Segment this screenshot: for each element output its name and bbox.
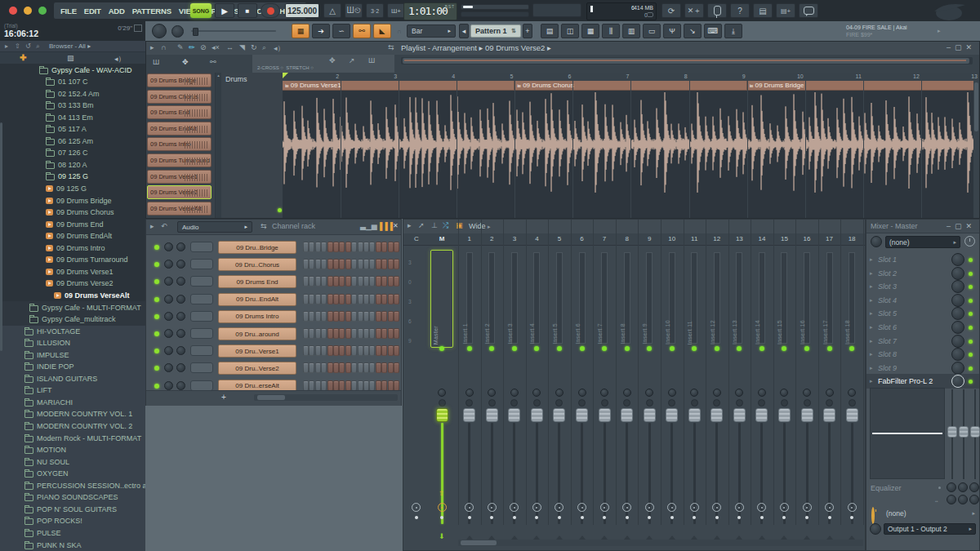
stereo-sep-knob[interactable] [645,503,654,512]
mixer-hscrollbar[interactable] [458,540,863,546]
step-cell[interactable] [381,276,387,287]
channel-volume-knob[interactable] [176,329,185,338]
save-new-version-icon[interactable]: ▤+ [776,3,795,18]
channel-pan-knob[interactable] [164,295,173,304]
browser-tab-plus-icon[interactable]: ✚ [20,53,26,62]
volume-fader[interactable] [710,408,723,422]
step-cell[interactable] [345,380,351,391]
volume-fader[interactable] [508,408,520,422]
slip-tool-icon[interactable]: ↔ [226,43,234,51]
mixer-track-header[interactable]: 12 [706,235,728,242]
mixer-track-header[interactable]: 16 [795,235,818,242]
rack-undo-icon[interactable]: ↶ [161,222,167,230]
clip-source-item[interactable]: 09 Drums Chorus [147,90,212,104]
step-cell[interactable] [327,362,333,373]
step-cell[interactable] [363,328,369,339]
step-cell[interactable] [333,328,339,339]
step-cell[interactable] [339,294,345,304]
mixer-track-header[interactable]: 8 [616,235,639,242]
step-cell[interactable] [321,276,327,287]
browser-play-icon[interactable]: ▸ [5,42,8,50]
post-fx-dot[interactable] [513,516,516,519]
mute-button[interactable] [758,399,765,407]
step-cell[interactable] [309,276,314,287]
channel-target-button[interactable] [190,345,213,356]
mixer-icon[interactable]: ⫼ [602,24,620,38]
step-cell[interactable] [345,242,351,252]
volume-fader[interactable] [599,408,611,422]
effect-slot[interactable]: ▸Slot 6 [866,320,979,335]
step-cell[interactable] [363,259,369,269]
browser-folder-item[interactable]: IMPULSE [0,349,145,361]
browser-file-item[interactable]: 09 Drums Turnaround [0,254,145,266]
volume-fader[interactable] [621,408,633,422]
browser-folder-item[interactable]: 09 125 G [0,171,145,183]
strip-led[interactable] [647,346,652,351]
effect-slot[interactable]: ▸Slot 7 [866,334,979,349]
channel-volume-knob[interactable] [176,381,185,390]
channel-volume-knob[interactable] [176,260,185,269]
channel-volume-knob[interactable] [176,242,185,251]
slot-enable-led[interactable] [969,258,973,262]
channel-volume-knob[interactable] [176,277,185,286]
step-cell[interactable] [376,362,381,373]
playhead-marker[interactable] [283,73,288,78]
stereo-sep-knob[interactable] [690,503,699,512]
channel-button[interactable]: 09 Drums Intro [218,310,296,323]
step-cell[interactable] [369,328,375,339]
mute-button[interactable] [646,399,653,407]
link-clip-icon[interactable]: ⚯ [210,58,216,66]
volume-fader[interactable] [778,408,791,422]
mute-button[interactable] [781,399,788,407]
mixer-window-buttons[interactable]: ‒▢✕ [947,222,976,230]
pencil-icon[interactable]: ✎ [177,43,184,51]
channel-pan-knob[interactable] [164,260,173,269]
step-cell[interactable] [333,276,339,287]
maximize-traffic-light[interactable] [38,7,47,15]
stretch-checkbox[interactable]: ○ [310,65,314,70]
strip-led[interactable] [670,346,675,351]
step-cell[interactable] [303,276,309,287]
step-cell[interactable] [303,242,309,252]
step-cell[interactable] [358,259,363,269]
eq-freq2-knob[interactable] [958,482,968,492]
link-icon[interactable]: ⚯ [353,24,371,38]
stereo-sep-knob[interactable] [848,503,857,512]
step-cell[interactable] [351,311,357,322]
pan-knob[interactable] [532,389,541,397]
insert-track-strip[interactable]: Insert 6 [571,245,594,550]
channel-enable-led[interactable] [154,262,159,267]
strip-led[interactable] [580,346,585,351]
step-cell[interactable] [376,328,381,339]
post-fx-dot[interactable] [805,516,808,519]
channel-target-button[interactable] [190,328,213,339]
mixer-track-header[interactable]: 13 [728,235,751,242]
channel-enable-led[interactable] [154,245,159,250]
step-cell[interactable] [303,362,309,373]
channel-button[interactable]: 09 Dru..Verse2 [218,362,296,375]
pan-knob[interactable] [826,389,834,397]
browser-folder-item[interactable]: INDIE POP [0,361,145,373]
step-cell[interactable] [394,242,399,252]
step-cell[interactable] [388,294,394,304]
step-cell[interactable] [315,345,321,356]
stereo-sep-knob[interactable] [465,503,474,512]
browser-folder-item[interactable]: HI-VOLTAGE [0,325,145,337]
step-cell[interactable] [315,276,321,287]
step-cell[interactable] [339,345,345,356]
step-cell[interactable] [381,242,387,252]
mute-button[interactable] [849,399,856,407]
paint-brush-icon[interactable]: ✏ [189,43,195,51]
pan-knob[interactable] [623,389,631,397]
add-channel-button[interactable]: + [221,393,226,402]
step-cell[interactable] [333,259,339,269]
strip-led[interactable] [760,346,764,351]
step-cell[interactable] [376,380,381,391]
browser-folder-item[interactable]: POP N' SOUL GUITARS [0,503,145,515]
slot-enable-led[interactable] [969,340,973,344]
volume-fader[interactable] [801,408,813,422]
step-cell[interactable] [369,362,375,373]
insert-track-strip[interactable]: Insert 8 [616,245,639,550]
clip-source-item[interactable]: 09 Drums Turnaround [147,153,212,167]
pattern-add-button[interactable]: + [523,24,532,38]
